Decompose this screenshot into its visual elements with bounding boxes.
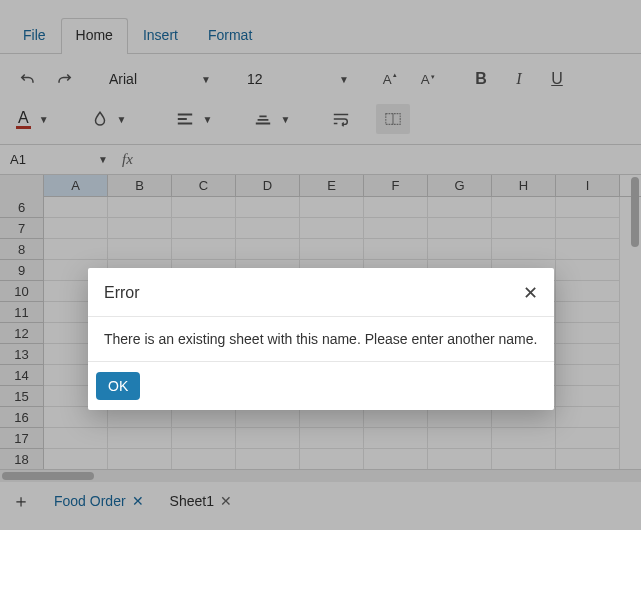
modal-body: There is an existing sheet with this nam… xyxy=(88,317,554,362)
modal-header: Error ✕ xyxy=(88,268,554,317)
modal-message: There is an existing sheet with this nam… xyxy=(104,331,537,347)
modal-overlay xyxy=(0,0,641,530)
modal-close-button[interactable]: ✕ xyxy=(523,282,538,304)
ok-button[interactable]: OK xyxy=(96,372,140,400)
modal-title: Error xyxy=(104,284,140,302)
spreadsheet-app: File Home Insert Format Arial ▼ 12 ▼ xyxy=(0,0,641,530)
error-modal: Error ✕ There is an existing sheet with … xyxy=(88,268,554,410)
modal-footer: OK xyxy=(88,362,554,410)
